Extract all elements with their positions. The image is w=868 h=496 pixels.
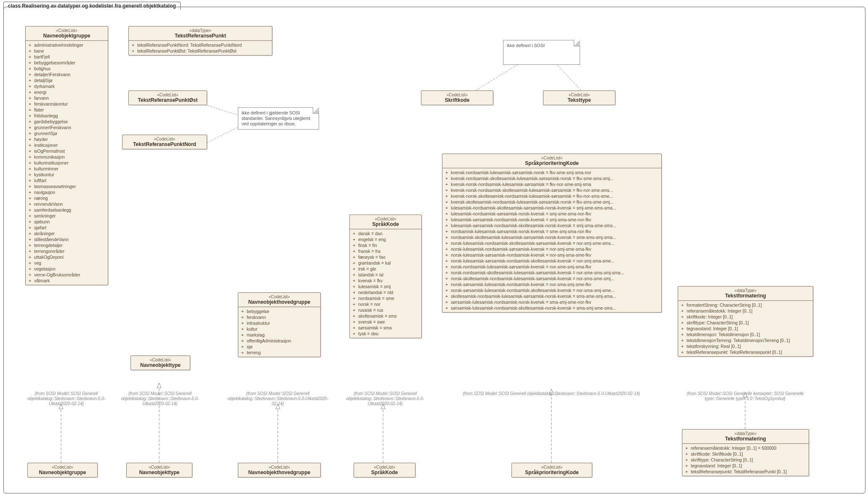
attribute: +tekstforskyvning: Real [0..1] [681,343,810,349]
attribute: +tegnavstand: Integer [0..1] [685,463,806,469]
attribute: +norsk-lulesamisk-sørsamisk-nordsamisk-s… [445,258,659,264]
attribute: +skriftkode: Skriftkode [0..1] [685,451,806,457]
class-sprakkode: «CodeList» SpråkKode +dansk = dan+engels… [349,215,422,338]
from-label: (from SOSI Model::SOSI Generell objektka… [120,391,200,406]
attribute: +finsk = fin [352,242,419,248]
attribute: +kvensk = fkv [352,278,419,284]
attribute: +institusjoner [28,142,105,148]
attribute: +norsk-sørsamisk-lulesamisk-nordsamisk-s… [445,287,659,293]
attribute: +tekstdimensjon: Tekstdimensjon [0..1] [681,332,810,337]
attribute: +nederlandsk = nld [352,289,419,295]
attribute: +skoltesamisk = sms [352,313,419,319]
attribute: +kvensk-nordsamisk-skoltesamisk-lulesami… [445,175,659,181]
attribute: +markslag [241,332,318,338]
attribute: +lulesamisk-sørsamisk-nordsamisk-norsk-k… [445,217,659,223]
attribute: +flater [28,107,105,113]
from-label: (from SOSI Model::SOSI Generelle konsept… [674,391,817,401]
class-sprakprioritering: «CodeList» SpråkprioriteringKode +kvensk… [442,154,662,313]
class-navneobjektgruppe-sub: «CodeList»Navneobjektgruppe [27,463,98,477]
attribute: +nordsamisk-skoltesamisk-lulesamisk-sørs… [445,234,659,240]
attribute: +lulesamisk-sørsamisk-nordsamisk-skoltes… [445,223,659,228]
from-label: (from SOSI Model::SOSI Generell objektka… [21,391,112,406]
attribute: +tekstdimensjonTerreng: TekstdimensjonTe… [681,337,810,343]
from-label: (from SOSI Model::SOSI Generell objektka… [341,391,429,406]
attribute: +kvensk-norsk-nordsamisk-skoltesamisk-lu… [445,187,659,193]
attribute: +sjøfart [28,225,105,231]
attribute: +kultur [241,326,318,332]
attribute: +sjø [241,344,318,350]
attribute: +skrifttype: CharacterString [0..1] [681,320,810,326]
attribute: +kystkontur [28,172,105,178]
attribute: +grunnerISjø [28,130,105,136]
attribute: +engelsk = eng [352,236,419,242]
attribute: +dyrkamark [28,83,105,89]
from-label: (from SOSI Model::SOSI Generell objektka… [227,391,328,406]
attribute: +nordsamisk-lulesamisk-sørsamisk-norsk-k… [445,228,659,234]
attribute: +norsk-nordsamisk-skoltesamisk-lulesamis… [445,270,659,276]
attribute: +isOgPermafrost [28,148,105,154]
attribute: +norsk-skoltesamisk-nordsamisk-lulesamis… [445,276,659,281]
attribute: +bolighus [28,66,105,72]
attribute: +fritidsanlegg [28,113,105,119]
attribute: +sørsamisk-lulesamisk-nordsamisk-skoltes… [445,305,659,311]
attribute: +detaljISjø [28,77,105,83]
attribute: +høyder [28,136,105,142]
attribute: +vegetasjon [28,266,105,272]
class-navneobjektgruppe: «CodeList» Navneobjektgruppe +administra… [25,26,108,285]
attribute: +terreng [241,350,318,355]
attribute: +tysk = deu [352,331,419,337]
attribute: +kulturminner [28,166,105,172]
attribute: +infrastruktur [241,320,318,326]
attribute: +terrengdetaljer [28,242,105,248]
attribute: +kvensk-norsk-nordsamisk-lulesamisk-sørs… [445,181,659,187]
attribute: +senkninger [28,213,105,219]
attribute: +lulesamisk-nordsamisk-skoltesamisk-sørs… [445,205,659,211]
diagram-canvas: class Realisering av datatyper og kodeli… [0,0,868,496]
attribute: +bane [28,48,105,54]
attribute: +uttakOgDeponi [28,254,105,260]
attribute: +sørsamisk-lulesamisk-nordsamisk-norsk-k… [445,299,659,305]
class-tekstformatering-sub: «dataType» Tekstformatering +referansemå… [682,429,809,476]
attribute: +næring [28,195,105,201]
class-sprakkode-sub: «CodeList»SpråkKode [354,463,415,477]
attribute: +tekstReferansepunkt: TekstReferansePunk… [685,469,806,475]
attribute: +gardsbebyggelse [28,119,105,125]
attribute: +lulesamisk-nordsamisk-sørsamisk-norsk-k… [445,211,659,217]
attribute: +fransk = fra [352,248,419,254]
class-teksttype: «CodeList» Teksttype [543,90,615,105]
note-ikke-definert: ikke definert i SOSI [503,40,580,65]
attribute: +navigasjon [28,189,105,195]
attribute: +bebyggelsesområder [28,60,105,66]
attribute: +luftfart [28,178,105,183]
class-tekstreferansepunkt: «dataType» TekstReferansePunkt +tekstRef… [128,26,272,56]
attribute: +norsk-sørsamisk-lulesamisk-nordsamisk-k… [445,281,659,287]
attribute: +norsk-nordsamisk-lulesamisk-sørsamisk-k… [445,264,659,270]
attribute: +grønlandsk = kal [352,260,419,266]
attribute: +ferskvann [241,314,318,320]
attribute: +offentligAdministrasjon [241,338,318,344]
attribute: +kvensk-nordsamisk-lulesamisk-sørsamisk-… [445,170,659,175]
class-navneobjekthovedgruppe-sub: «CodeList»Navneobjekthovedgruppe [238,463,321,477]
attribute: +lulesamisk = smj [352,284,419,289]
attribute: +kvensk-skoltesamisk-nordsamisk-lulesami… [445,199,659,205]
attribute: +skoltesamisk-nordsamisk-lulesamisk-sørs… [445,293,659,299]
attribute: +grunnerIFerskvann [28,125,105,130]
attribute: +norsk-lulesamisk-nordsamisk-skoltesamis… [445,240,659,246]
attribute: +tekstReferansepunkt: TekstReferansepunk… [681,349,810,355]
class-navneobjekthovedgruppe: «CodeList» Navneobjekthovedgruppe +bebyg… [238,292,321,357]
class-trp-nord: «CodeList» TekstReferansePunktNord [122,135,207,149]
attribute: +skrifttype: CharacterString [0..1] [685,457,806,463]
attribute: +energi [28,89,105,95]
attribute: +tekstReferansePunktØst: TekstReferanseP… [131,48,269,54]
stereotype: «CodeList» [28,28,105,33]
attribute: +formatertStreng: CharacterString [0..1] [681,302,810,308]
class-trp-ost: «CodeList» TekstReferansePunktØst [128,90,207,105]
attribute: +farvann [28,95,105,101]
attribute: +samferdselsanlegg [28,207,105,213]
attribute: +norsk = nor [352,301,419,307]
class-sprakprioritering-sub: «CodeList»SpråkprioriteringKode [511,463,592,477]
attribute: +terrengområder [28,248,105,254]
attribute: +stilleståendeVann [28,236,105,242]
attribute: +detaljerIFerskvann [28,72,105,77]
attribute: +sjøbunn [28,219,105,225]
